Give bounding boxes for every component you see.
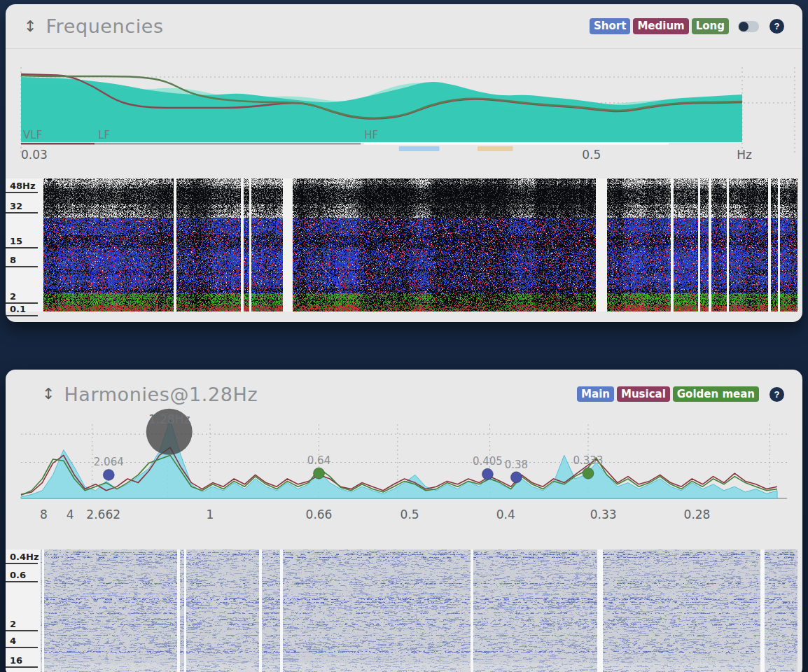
x-tick-label: 0.5 [400, 507, 419, 522]
legend-main[interactable]: Main [577, 386, 614, 402]
band-label: VLF [23, 129, 42, 141]
spectrogram-axis-label: 0.6 [6, 570, 38, 582]
peak-marker[interactable] [314, 468, 325, 479]
frequency-axis-ruler: 48Hz3215820.1 [6, 178, 43, 312]
harmonies-panel: ↕ Harmonies@1.28Hz MainMusicalGolden mea… [6, 370, 802, 672]
x-tick-label: 0.33 [590, 507, 617, 522]
spectrogram-axis-label: 32 [6, 202, 38, 214]
spectrogram-axis-label: 48Hz [6, 181, 38, 193]
legend-musical[interactable]: Musical [617, 386, 670, 402]
peak-label: 0.64 [307, 454, 330, 467]
frequencies-title: Frequencies [46, 15, 163, 37]
x-tick-label: 2.662 [86, 507, 120, 522]
peak-label: 0.405 [473, 455, 503, 468]
harmonies-header: ↕ Harmonies@1.28Hz MainMusicalGolden mea… [6, 370, 802, 419]
x-axis-label: 0.5 [582, 148, 601, 162]
legend-golden-mean[interactable]: Golden mean [673, 386, 759, 402]
peak-label: 0.38 [505, 458, 528, 471]
series-main [21, 420, 777, 498]
view-toggle[interactable] [738, 21, 759, 32]
expand-collapse-icon[interactable]: ↕ [42, 386, 55, 402]
frequencies-header: ↕ Frequencies ShortMediumLong ? [6, 4, 802, 49]
x-tick-label: 8 [40, 507, 48, 522]
peak-marker[interactable] [103, 469, 114, 480]
peak-label: 0.333 [573, 454, 604, 467]
expand-collapse-icon[interactable]: ↕ [24, 19, 36, 34]
spectrogram-axis-label: 2 [6, 620, 38, 631]
band-underline [21, 143, 95, 145]
band-underline [95, 143, 361, 145]
harmonies-header-controls: MainMusicalGolden mean ? [577, 386, 784, 402]
spectrogram-axis-label: 16 [6, 656, 38, 668]
spectrogram-axis-label: 8 [6, 255, 38, 267]
spectrogram-axis-label: 4 [6, 636, 38, 648]
peak-marker[interactable] [583, 468, 594, 479]
harmonies-spectrogram[interactable] [41, 550, 797, 672]
harmonies-legend: MainMusicalGolden mean [577, 386, 759, 402]
harmonic-axis-ruler: 0.4Hz0.62416 [6, 550, 41, 672]
app-background: ↕ Frequencies ShortMediumLong ? VLFLFHF0… [0, 0, 808, 672]
harmonies-chart-zone: 2.0641.28Hz0.640.4050.380.333842.66210.6… [6, 419, 802, 534]
harmonies-title: Harmonies@1.28Hz [64, 384, 258, 405]
peak-label: 2.064 [94, 456, 124, 468]
frequencies-panel: ↕ Frequencies ShortMediumLong ? VLFLFHF0… [6, 4, 802, 322]
harmonies-spectrogram-zone: 0.4Hz0.62416 [6, 550, 802, 672]
spectrogram-axis-label: 0.1 [6, 304, 38, 316]
spectrogram-axis-label: 2 [6, 292, 38, 304]
peak-marker[interactable] [510, 472, 522, 483]
spectrogram-axis-label: 0.4Hz [6, 552, 38, 564]
help-button[interactable]: ? [769, 387, 784, 402]
frequencies-chart-zone: VLFLFHF0.030.5Hz [6, 49, 802, 178]
x-tick-label: 0.28 [684, 507, 711, 522]
toggle-knob-icon [739, 22, 748, 31]
legend-short[interactable]: Short [590, 18, 630, 34]
x-tick-label: 1 [207, 507, 214, 522]
x-axis-label: 0.03 [21, 148, 48, 162]
frequencies-header-controls: ShortMediumLong ? [590, 18, 784, 34]
peak-marker[interactable] [482, 468, 493, 479]
range-marker[interactable] [478, 146, 513, 151]
spectrogram-axis-label: 15 [6, 237, 38, 248]
x-tick-label: 4 [67, 507, 74, 522]
help-button[interactable]: ? [769, 19, 784, 34]
x-axis-label: Hz [737, 148, 752, 162]
frequencies-spectrogram-zone: 48Hz3215820.1 [6, 178, 802, 312]
band-underline [364, 143, 669, 145]
band-label: HF [364, 129, 378, 141]
frequencies-chart[interactable]: VLFLFHF0.030.5Hz [6, 49, 802, 178]
harmonies-chart[interactable]: 2.0641.28Hz0.640.4050.380.333842.66210.6… [6, 419, 802, 534]
frequencies-spectrogram[interactable] [43, 178, 797, 312]
range-marker[interactable] [399, 146, 440, 151]
x-tick-label: 0.66 [306, 507, 333, 522]
frequencies-legend: ShortMediumLong [590, 18, 729, 34]
legend-long[interactable]: Long [692, 18, 729, 34]
band-label: LF [98, 129, 110, 141]
x-tick-label: 0.4 [496, 507, 515, 522]
legend-medium[interactable]: Medium [633, 18, 688, 34]
